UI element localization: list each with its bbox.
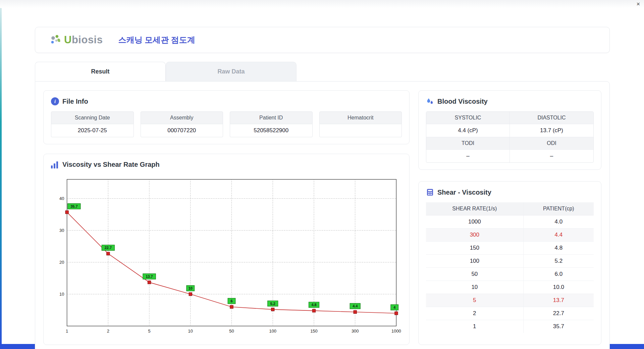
- blood-viscosity-title: Blood Viscosity: [437, 98, 488, 105]
- droplets-icon: [426, 97, 434, 105]
- table-cell: 50: [426, 268, 523, 281]
- table-cell: 4.8: [523, 242, 594, 255]
- field-value: 000707220: [141, 124, 223, 137]
- shear-table-body: 10004.03004.41504.81005.2506.01010.0513.…: [426, 215, 594, 333]
- table-row: 10004.0: [426, 215, 594, 229]
- viscosity-chart: 102030401251050100150300100035.722.713.7…: [51, 174, 402, 338]
- bv-value-diastolic: 13.7 (cP): [510, 124, 593, 137]
- svg-text:1000: 1000: [391, 329, 401, 334]
- bv-label-odi: ODI: [510, 137, 593, 150]
- table-cell: 6.0: [523, 268, 594, 281]
- graph-title: Viscosity vs Shear Rate Graph: [62, 161, 160, 168]
- table-row: 1005.2: [426, 255, 594, 268]
- svg-text:30: 30: [59, 228, 64, 233]
- svg-text:4.4: 4.4: [353, 304, 358, 308]
- blood-viscosity-card: Blood Viscosity SYSTOLIC DIASTOLIC 4.4 (…: [418, 90, 601, 170]
- blood-viscosity-grid: SYSTOLIC DIASTOLIC 4.4 (cP) 13.7 (cP) TO…: [426, 111, 594, 163]
- logo-dots-icon: [49, 34, 62, 46]
- field-hematocrit: Hematocrit: [319, 111, 402, 137]
- app-root: Ubiosis 스캐닝 모세관 점도계 Result Raw Data i Fi…: [35, 27, 610, 349]
- page-title: 스캐닝 모세관 점도계: [118, 35, 195, 45]
- svg-text:1: 1: [66, 329, 68, 334]
- table-row: 506.0: [426, 268, 594, 281]
- svg-text:20: 20: [59, 260, 64, 265]
- table-cell: 2: [426, 307, 523, 320]
- shear-viscosity-table: SHEAR RATE(1/s) PATIENT(cp) 10004.03004.…: [426, 202, 594, 333]
- table-cell: 5.2: [523, 255, 594, 268]
- window-left-edge: [0, 0, 2, 349]
- left-column: i File Info Scanning Date 2025-07-25 Ass…: [43, 90, 410, 345]
- right-column: Blood Viscosity SYSTOLIC DIASTOLIC 4.4 (…: [418, 90, 601, 345]
- table-cell: 1000: [426, 215, 523, 229]
- tab-result-label: Result: [91, 68, 109, 75]
- file-info-fields: Scanning Date 2025-07-25 Assembly 000707…: [51, 111, 402, 137]
- table-row: 135.7: [426, 320, 594, 333]
- table-cell: 35.7: [523, 320, 594, 333]
- table-row: 1010.0: [426, 281, 594, 294]
- field-value: [319, 124, 402, 137]
- svg-text:6: 6: [231, 299, 233, 303]
- header: Ubiosis 스캐닝 모세관 점도계: [35, 27, 610, 53]
- svg-text:4.8: 4.8: [311, 303, 316, 307]
- svg-text:2: 2: [107, 329, 109, 334]
- tab-bar: Result Raw Data: [35, 62, 610, 81]
- table-cell: 10: [426, 281, 523, 294]
- tab-result[interactable]: Result: [35, 62, 166, 81]
- svg-text:22.7: 22.7: [105, 246, 112, 250]
- bv-value-todi: –: [426, 150, 510, 162]
- field-value: 2025-07-25: [51, 124, 134, 137]
- calculator-icon: [426, 188, 434, 196]
- bar-chart-icon: [51, 161, 59, 168]
- svg-text:100: 100: [269, 329, 276, 334]
- table-cell: 10.0: [523, 281, 594, 294]
- field-label: Hematocrit: [319, 111, 402, 124]
- svg-text:50: 50: [229, 329, 234, 334]
- svg-text:10: 10: [59, 292, 64, 297]
- table-row: 513.7: [426, 294, 594, 307]
- table-cell: 100: [426, 255, 523, 268]
- column-header-shear-rate: SHEAR RATE(1/s): [426, 202, 523, 215]
- field-label: Patient ID: [230, 111, 313, 124]
- table-cell: 1: [426, 320, 523, 333]
- shear-viscosity-title-row: Shear - Viscosity: [426, 188, 594, 196]
- tab-raw-data-label: Raw Data: [217, 68, 245, 75]
- shear-viscosity-title: Shear - Viscosity: [437, 189, 491, 196]
- table-cell: 150: [426, 242, 523, 255]
- graph-title-row: Viscosity vs Shear Rate Graph: [51, 161, 402, 168]
- field-value: 52058522900: [230, 124, 313, 137]
- field-assembly: Assembly 000707220: [141, 111, 223, 137]
- svg-text:150: 150: [310, 329, 318, 334]
- svg-text:5: 5: [148, 329, 150, 334]
- tab-raw-data[interactable]: Raw Data: [166, 62, 297, 81]
- bv-label-todi: TODI: [426, 137, 510, 150]
- info-icon: i: [51, 97, 59, 105]
- field-scanning-date: Scanning Date 2025-07-25: [51, 111, 134, 137]
- chart-area: 102030401251050100150300100035.722.713.7…: [51, 174, 402, 338]
- file-info-card: i File Info Scanning Date 2025-07-25 Ass…: [43, 90, 410, 144]
- table-cell: 13.7: [523, 294, 594, 307]
- ubiosis-logo: Ubiosis: [49, 34, 103, 46]
- logo-text-rest: biosis: [72, 34, 103, 46]
- svg-text:5.2: 5.2: [270, 302, 275, 306]
- table-cell: 5: [426, 294, 523, 307]
- file-info-title-row: i File Info: [51, 97, 402, 105]
- table-row: 222.7: [426, 307, 594, 320]
- file-info-title: File Info: [62, 98, 88, 105]
- table-cell: 22.7: [523, 307, 594, 320]
- logo-text-u: U: [64, 34, 72, 46]
- blood-viscosity-title-row: Blood Viscosity: [426, 97, 594, 105]
- table-header-row: SHEAR RATE(1/s) PATIENT(cp): [426, 202, 594, 215]
- field-label: Scanning Date: [51, 111, 134, 124]
- svg-text:40: 40: [59, 196, 64, 201]
- field-patient-id: Patient ID 52058522900: [230, 111, 313, 137]
- svg-text:10: 10: [189, 286, 193, 290]
- table-cell: 4.4: [523, 229, 594, 242]
- close-icon[interactable]: ×: [636, 1, 640, 7]
- column-header-patient: PATIENT(cp): [523, 202, 594, 215]
- svg-text:300: 300: [352, 329, 359, 334]
- bv-value-odi: –: [510, 150, 593, 162]
- window-top-edge: [0, 0, 644, 8]
- bv-value-systolic: 4.4 (cP): [426, 124, 510, 137]
- svg-text:4: 4: [393, 305, 395, 309]
- table-cell: 4.0: [523, 215, 594, 229]
